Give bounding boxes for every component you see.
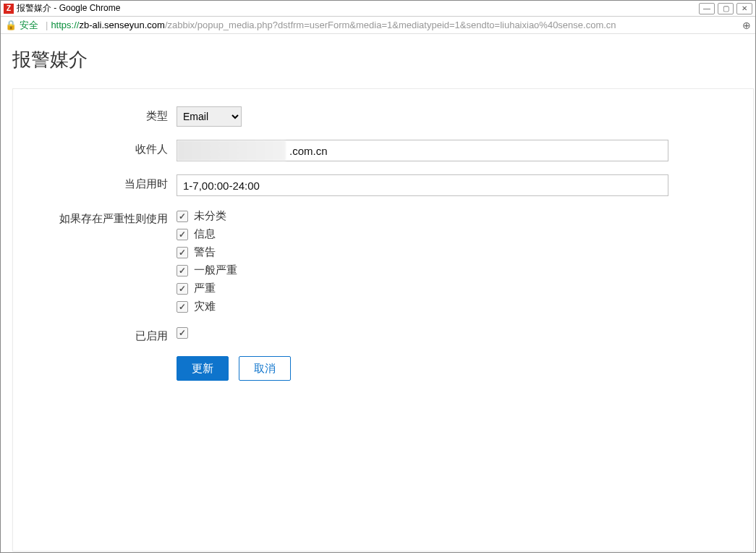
severity-label: 未分类 xyxy=(194,209,226,223)
cancel-button[interactable]: 取消 xyxy=(239,356,291,381)
row-severity: 如果存在严重性则使用 未分类 信息 警告 xyxy=(25,209,742,313)
row-type: 类型 Email xyxy=(25,106,742,127)
url-domain: zb-ali.senseyun.com xyxy=(79,20,165,30)
when-active-input[interactable] xyxy=(177,174,668,196)
checkbox-information[interactable] xyxy=(177,229,188,240)
severity-item-high: 严重 xyxy=(177,282,668,295)
page-content: 报警媒介 类型 Email 收件人 当启用时 xyxy=(1,34,755,552)
row-buttons: 更新 取消 xyxy=(25,356,742,381)
label-type: 类型 xyxy=(25,106,177,123)
address-bar[interactable]: 🔒 安全 | https://zb-ali.senseyun.com/zabbi… xyxy=(1,17,755,34)
severity-item-unclassified: 未分类 xyxy=(177,209,668,223)
severity-item-warning: 警告 xyxy=(177,245,668,259)
update-button[interactable]: 更新 xyxy=(177,356,229,381)
row-recipient: 收件人 xyxy=(25,140,742,161)
titlebar: Z 报警媒介 - Google Chrome — ▢ ✕ xyxy=(1,1,755,17)
severity-item-information: 信息 xyxy=(177,227,668,241)
url-scheme: https:// xyxy=(51,20,79,30)
zabbix-favicon: Z xyxy=(4,4,14,14)
checkbox-average[interactable] xyxy=(177,265,188,276)
severity-label: 信息 xyxy=(194,227,216,241)
lock-icon: 🔒 xyxy=(5,20,17,30)
label-severity: 如果存在严重性则使用 xyxy=(25,209,177,226)
form-card: 类型 Email 收件人 当启用时 xyxy=(12,88,754,552)
severity-label: 灾难 xyxy=(194,300,216,313)
maximize-button[interactable]: ▢ xyxy=(718,3,734,14)
severity-label: 警告 xyxy=(194,245,216,259)
checkbox-warning[interactable] xyxy=(177,247,188,258)
window-controls: — ▢ ✕ xyxy=(699,3,752,14)
window-title: 报警媒介 - Google Chrome xyxy=(17,2,120,14)
page-title: 报警媒介 xyxy=(12,34,755,88)
row-when-active: 当启用时 xyxy=(25,174,742,196)
severity-item-disaster: 灾难 xyxy=(177,300,668,313)
zoom-icon[interactable]: ⊕ xyxy=(742,20,751,31)
label-when-active: 当启用时 xyxy=(25,174,177,191)
severity-item-average: 一般严重 xyxy=(177,263,668,277)
url-path: /zabbix/popup_media.php?dstfrm=userForm&… xyxy=(165,20,616,30)
severity-label: 严重 xyxy=(194,282,216,295)
secure-label: 安全 xyxy=(20,19,38,32)
chrome-window: Z 报警媒介 - Google Chrome — ▢ ✕ 🔒 安全 | http… xyxy=(0,0,756,553)
redacted-overlay xyxy=(177,140,286,161)
checkbox-unclassified[interactable] xyxy=(177,211,188,222)
severity-checks: 未分类 信息 警告 一般严重 xyxy=(177,209,668,313)
type-select[interactable]: Email xyxy=(177,106,242,127)
checkbox-enabled[interactable] xyxy=(177,327,188,339)
button-spacer xyxy=(25,356,177,359)
severity-label: 一般严重 xyxy=(194,263,237,277)
label-enabled: 已启用 xyxy=(25,326,177,343)
minimize-button[interactable]: — xyxy=(699,3,715,14)
divider: | xyxy=(46,20,48,30)
checkbox-disaster[interactable] xyxy=(177,301,188,313)
checkbox-high[interactable] xyxy=(177,283,188,295)
close-button[interactable]: ✕ xyxy=(736,3,752,14)
label-recipient: 收件人 xyxy=(25,140,177,156)
row-enabled: 已启用 xyxy=(25,326,742,343)
